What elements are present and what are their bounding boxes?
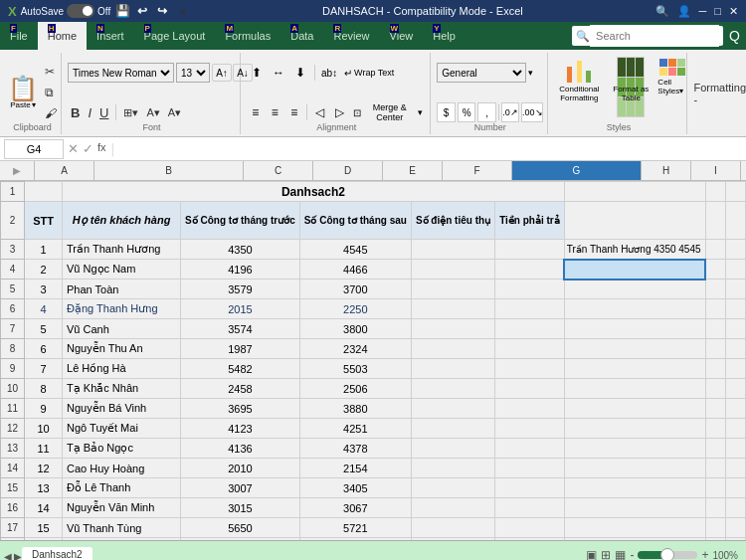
percent-button[interactable]: % — [458, 102, 476, 122]
cell-C14[interactable]: 2010 — [181, 459, 300, 478]
cell-B12[interactable]: Ngô Tuyết Mai — [63, 419, 181, 439]
cell-B13[interactable]: Tạ Bảo Ngọc — [63, 439, 181, 459]
formula-insert-function-icon[interactable]: fx — [97, 141, 106, 156]
row-num-9[interactable]: 9 — [1, 359, 25, 379]
cell-F14[interactable] — [495, 459, 565, 478]
paste-btn-area[interactable]: 📋 Paste ▾ — [8, 77, 38, 109]
zoom-handle[interactable] — [660, 548, 674, 560]
cell-B4[interactable]: Vũ Ngọc Nam — [63, 260, 181, 280]
cell-G15[interactable] — [564, 478, 705, 498]
conditional-formatting-button[interactable]: Conditional Formatting — [554, 57, 604, 102]
sheet-tab-danhsach2[interactable]: Danhsach2 — [22, 547, 93, 560]
cell-A3[interactable]: 1 — [25, 240, 63, 260]
cell-B11[interactable]: Nguyễn Bá Vinh — [63, 399, 181, 419]
cell-D7[interactable]: 3800 — [299, 319, 411, 339]
cell-A12[interactable]: 10 — [25, 419, 63, 439]
cell-D13[interactable]: 4378 — [299, 439, 411, 459]
cell-I8[interactable] — [725, 339, 745, 359]
cell-D17[interactable]: 5721 — [299, 518, 411, 538]
cell-A8[interactable]: 6 — [25, 339, 63, 359]
cell-G16[interactable] — [564, 498, 705, 518]
tab-page-layout[interactable]: P Page Layout — [134, 22, 216, 50]
cell-I2[interactable] — [725, 202, 745, 240]
cell-B15[interactable]: Đỗ Lê Thanh — [63, 478, 181, 498]
cell-B8[interactable]: Nguyễn Thu An — [63, 339, 181, 359]
cell-D16[interactable]: 3067 — [299, 498, 411, 518]
ribbon-search-input[interactable] — [590, 25, 719, 47]
format-as-table-button[interactable]: Format as Table — [606, 57, 655, 102]
cell-D2[interactable]: Số Công tơ tháng sau — [299, 202, 411, 240]
cell-G1[interactable] — [564, 182, 705, 202]
cell-E13[interactable] — [411, 439, 494, 459]
close-button[interactable]: ✕ — [729, 5, 738, 18]
cell-C8[interactable]: 1987 — [181, 339, 300, 359]
cell-B7[interactable]: Vũ Canh — [63, 319, 181, 339]
cell-C2[interactable]: Số Công tơ tháng trước — [181, 202, 300, 240]
cell-E15[interactable] — [411, 478, 494, 498]
sheet-prev-button[interactable]: ◀ — [4, 551, 12, 560]
align-center-button[interactable]: ≡ — [267, 103, 283, 121]
cell-G3[interactable]: Trần Thanh Hương 4350 4545 — [564, 240, 705, 260]
redo-icon[interactable]: ↪ — [154, 3, 170, 19]
row-num-16[interactable]: 16 — [1, 498, 25, 518]
cell-A15[interactable]: 13 — [25, 478, 63, 498]
font-name-select[interactable]: Times New Roman — [68, 63, 174, 83]
row-num-5[interactable]: 5 — [1, 280, 25, 299]
increase-font-size-button[interactable]: A↑ — [212, 64, 232, 82]
italic-button[interactable]: I — [85, 102, 94, 122]
cell-D11[interactable]: 3880 — [299, 399, 411, 419]
cell-H4[interactable] — [705, 260, 725, 280]
col-header-E[interactable]: E — [383, 161, 443, 180]
cell-H7[interactable] — [705, 319, 725, 339]
cell-C10[interactable]: 2458 — [181, 379, 300, 399]
cell-D9[interactable]: 5503 — [299, 359, 411, 379]
share-button[interactable]: 👤 — [677, 5, 691, 18]
cell-H3[interactable] — [705, 240, 725, 260]
cell-I1[interactable] — [725, 182, 745, 202]
cell-H14[interactable] — [705, 459, 725, 478]
cell-D14[interactable]: 2154 — [299, 459, 411, 478]
cell-H8[interactable] — [705, 339, 725, 359]
cell-D5[interactable]: 3700 — [299, 280, 411, 299]
cell-G14[interactable] — [564, 459, 705, 478]
cell-F12[interactable] — [495, 419, 565, 439]
zoom-slider[interactable] — [638, 551, 697, 559]
minimize-button[interactable]: ─ — [699, 5, 707, 18]
dollar-sign-button[interactable]: $ — [437, 102, 456, 122]
cell-I14[interactable] — [725, 459, 745, 478]
cell-G10[interactable] — [564, 379, 705, 399]
tab-file[interactable]: F File — [0, 22, 38, 50]
cell-I15[interactable] — [725, 478, 745, 498]
cut-button[interactable]: ✂ — [42, 62, 60, 82]
cell-H1[interactable] — [705, 182, 725, 202]
cell-H13[interactable] — [705, 439, 725, 459]
cell-F10[interactable] — [495, 379, 565, 399]
zoom-out-button[interactable]: - — [630, 548, 634, 560]
cell-I7[interactable] — [725, 319, 745, 339]
cell-G6[interactable] — [564, 299, 705, 319]
cell-F16[interactable] — [495, 498, 565, 518]
save-icon[interactable]: 💾 — [114, 3, 130, 19]
cell-D8[interactable]: 2324 — [299, 339, 411, 359]
normal-view-button[interactable]: ▣ — [586, 548, 597, 560]
cell-H10[interactable] — [705, 379, 725, 399]
cell-I6[interactable] — [725, 299, 745, 319]
cell-E9[interactable] — [411, 359, 494, 379]
row-num-6[interactable]: 6 — [1, 299, 25, 319]
cell-H15[interactable] — [705, 478, 725, 498]
cell-D6[interactable]: 2250 — [299, 299, 411, 319]
cell-E11[interactable] — [411, 399, 494, 419]
cell-A14[interactable]: 12 — [25, 459, 63, 478]
paste-dropdown-arrow[interactable]: ▾ — [32, 100, 36, 109]
number-format-select[interactable]: General — [437, 63, 526, 83]
cell-A4[interactable]: 2 — [25, 260, 63, 280]
cell-C9[interactable]: 5482 — [181, 359, 300, 379]
cell-I16[interactable] — [725, 498, 745, 518]
cell-C7[interactable]: 3574 — [181, 319, 300, 339]
wrap-text-button[interactable]: ↵ Wrap Text — [341, 63, 397, 83]
tab-review[interactable]: R Review — [323, 22, 379, 50]
cell-I12[interactable] — [725, 419, 745, 439]
cell-I3[interactable] — [725, 240, 745, 260]
formula-confirm-icon[interactable]: ✓ — [83, 141, 93, 156]
cell-I17[interactable] — [725, 518, 745, 538]
